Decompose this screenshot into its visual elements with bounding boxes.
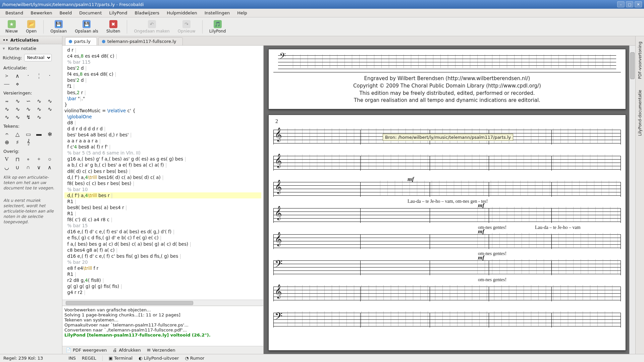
title-bar: /home/wilbert/ly/music/telemann/psalm117… — [0, 0, 644, 9]
articulation-glyphs[interactable]: ＞∧·¦· — [0, 72, 62, 80]
window-title: /home/wilbert/ly/music/telemann/psalm117… — [2, 2, 144, 7]
menu-document[interactable]: Document — [76, 9, 105, 16]
preview-page-1-bottom: 𝄢 Engraved by Wilbert Berendsen (http://… — [268, 49, 626, 109]
menu-bewerken[interactable]: Bewerken — [27, 9, 55, 16]
articulations-panel: ••Articulaties Korte notatie Richting: N… — [0, 36, 62, 354]
pdf-preview[interactable]: 𝄢 Engraved by Wilbert Berendsen (http://… — [264, 46, 635, 354]
status-bar: Regel: 239 Kol: 13 INS REGEL ▣ Terminal … — [0, 354, 644, 362]
lilypond-output-tab[interactable]: ◐ LilyPond-uitvoer — [139, 356, 179, 361]
lilypond-docs-tab[interactable]: LilyPond-documentatie — [637, 86, 643, 139]
editor-hscroll[interactable] — [62, 300, 263, 306]
versieringen-label: Versieringen: — [0, 88, 62, 97]
maximize-button[interactable]: ▢ — [626, 1, 633, 7]
menu-hulpmiddelen[interactable]: Hulpmiddelen — [163, 9, 201, 16]
redo-button[interactable]: ↷Opnieuw — [174, 19, 199, 34]
preview-page-2: 2 Bron: /home/wilbert/ly/music/telemann/… — [268, 115, 626, 351]
open-button[interactable]: 📂Open — [22, 19, 40, 34]
panel-title: ••Articulaties — [0, 36, 62, 44]
log-panel[interactable]: Voorbewerken van grafische objecten...So… — [62, 306, 263, 346]
lyric-line: Lau-da – te Je-ho – vam, om-nes gen - te… — [408, 199, 621, 204]
code-editor[interactable]: d r | c4 es,8 es es4 d8( c) | % bar 115 … — [62, 46, 263, 300]
hint-1: Klik op een articulatie-teken om het aan… — [0, 171, 62, 194]
menu-beeld[interactable]: Beeld — [56, 9, 75, 16]
menu-instellingen[interactable]: Instellingen — [201, 9, 233, 16]
tab-parts[interactable]: parts.ly — [65, 37, 97, 45]
file-tabs: parts.ly telemann-psalm117-fullscore.ly — [62, 36, 635, 46]
credits-block: Engraved by Wilbert Berendsen (http://ww… — [273, 72, 621, 104]
close-file-button[interactable]: ✖Sluiten — [103, 19, 124, 34]
save-as-button[interactable]: 💾Opslaan als — [71, 19, 102, 34]
richting-select[interactable]: Neutraal — [24, 54, 52, 61]
tab-fullscore[interactable]: telemann-psalm117-fullscore.ly — [98, 37, 183, 45]
cursor-position: Regel: 239 Kol: 13 — [3, 356, 43, 361]
line-mode: REGEL — [82, 356, 96, 361]
preview-vscroll[interactable] — [629, 46, 635, 354]
insert-mode: INS — [68, 356, 76, 361]
send-button[interactable]: ✉ Verzenden — [147, 348, 175, 353]
new-button[interactable]: ★Nieuw — [2, 19, 21, 34]
source-tooltip: Bron: /home/wilbert/ly/music/telemann/ps… — [383, 134, 513, 141]
toolbar: ★Nieuw 📂Open 💾Opslaan 💾Opslaan als ✖Slui… — [0, 17, 644, 36]
pdf-preview-tab[interactable]: PDF-voorvertoning — [637, 38, 643, 82]
page-number: 2 — [273, 117, 621, 126]
menu-bar: Bestand Bewerken Beeld Document LilyPond… — [0, 9, 644, 17]
menu-lilypond[interactable]: LilyPond — [106, 9, 131, 16]
undo-button[interactable]: ↶Ongedaan maken — [130, 19, 173, 34]
pdf-show-button[interactable]: 📄 PDF weergeven — [66, 348, 107, 353]
menu-bestand[interactable]: Bestand — [2, 9, 26, 16]
terminal-tab[interactable]: ▣ Terminal — [109, 356, 132, 361]
menu-bladwijzers[interactable]: Bladwijzers — [131, 9, 163, 16]
modified-dot-icon — [69, 40, 72, 43]
close-button[interactable]: ✕ — [635, 1, 642, 7]
modified-dot-icon — [102, 40, 105, 43]
overig-label: Overig: — [0, 146, 62, 155]
richting-label: Richting: — [3, 55, 22, 60]
minimize-button[interactable]: – — [617, 1, 625, 7]
save-button[interactable]: 💾Opslaan — [47, 19, 70, 34]
articulatie-label: Articulatie: — [0, 63, 62, 72]
log-actions: 📄 PDF weergeven 🖨 Afdrukken ✉ Verzenden — [62, 346, 263, 354]
hint-2: Als u eerst muziek selecteert, wordt het… — [0, 194, 62, 228]
print-button[interactable]: 🖨 Afdrukken — [113, 348, 141, 353]
menu-help[interactable]: Help — [234, 9, 251, 16]
tekens-label: Tekens: — [0, 121, 62, 130]
korte-notatie-item[interactable]: Korte notatie — [0, 44, 62, 53]
rumor-tab[interactable]: ◔ Rumor — [185, 356, 204, 361]
right-dock-tabs: PDF-voorvertoning LilyPond-documentatie — [635, 36, 644, 354]
lilypond-button[interactable]: 🎵LilyPond — [206, 19, 229, 34]
